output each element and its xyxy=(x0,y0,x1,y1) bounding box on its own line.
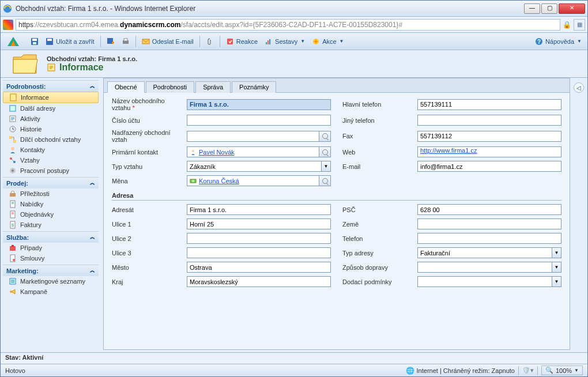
sidebar-group-sales[interactable]: Prodej:︽ xyxy=(3,177,99,188)
save-close-label: Uložit a zavřít xyxy=(56,38,95,45)
save-button[interactable] xyxy=(28,36,41,47)
street3-input[interactable] xyxy=(187,247,331,258)
sidebar-item-campaigns[interactable]: Kampaně xyxy=(3,286,99,297)
sidebar-item-subaccounts[interactable]: Dílčí obchodní vztahy xyxy=(3,134,99,145)
label-currency: Měna xyxy=(112,178,175,184)
send-email-button[interactable]: Odeslat E-mail xyxy=(140,36,196,47)
minimize-button[interactable]: — xyxy=(524,3,540,14)
web-input[interactable]: http://www.firma1.cz xyxy=(417,146,561,157)
zoom-icon: 🔍 xyxy=(545,367,553,374)
save-close-button[interactable]: Uložit a zavřít xyxy=(43,36,97,47)
chevron-up-icon: ︽ xyxy=(90,267,95,274)
tab-notes[interactable]: Poznámky xyxy=(232,81,276,93)
page-title: Informace xyxy=(47,62,137,73)
currency-link[interactable]: Koruna Česká xyxy=(199,178,239,184)
addressee-input[interactable] xyxy=(187,204,331,215)
parent-lookup-input[interactable] xyxy=(187,131,319,142)
actions-button[interactable]: Akce▼ xyxy=(310,36,346,47)
currency-lookup-button[interactable] xyxy=(319,175,331,186)
city-input[interactable] xyxy=(187,262,331,273)
email-input[interactable] xyxy=(417,161,561,172)
label-other-phone: Jiný telefon xyxy=(342,117,406,124)
addrtype-select[interactable] xyxy=(417,247,561,258)
sidebar-item-opportunities[interactable]: Příležitosti xyxy=(3,188,99,199)
url-path: /sfa/accts/edit.aspx?id={5F236063-C2AD-D… xyxy=(180,21,402,29)
close-button[interactable]: ✕ xyxy=(559,3,585,14)
parent-lookup-button[interactable] xyxy=(319,131,331,142)
main-phone-input[interactable] xyxy=(417,99,561,110)
sidebar-item-activities[interactable]: Aktivity xyxy=(3,114,99,124)
svg-rect-10 xyxy=(227,39,233,44)
history-icon xyxy=(9,125,17,133)
street1-input[interactable] xyxy=(187,218,331,229)
region-input[interactable] xyxy=(187,276,331,287)
svg-rect-5 xyxy=(47,39,52,41)
sidebar-group-service[interactable]: Služba:︽ xyxy=(3,231,99,243)
url-input[interactable]: https://czevsbtucan.crm04.emea.dynamicsc… xyxy=(16,19,560,31)
svg-rect-18 xyxy=(10,94,16,101)
zip-input[interactable] xyxy=(417,204,561,215)
sidebar-group-marketing[interactable]: Marketing:︽ xyxy=(3,265,99,276)
chevron-down-icon[interactable]: ▼ xyxy=(552,248,561,258)
shipmethod-select[interactable] xyxy=(417,262,561,273)
tab-general[interactable]: Obecné xyxy=(107,81,145,93)
street2-input[interactable] xyxy=(187,233,331,244)
sidebar-group-details[interactable]: Podrobnosti:︽ xyxy=(3,80,99,92)
maximize-button[interactable]: ▢ xyxy=(541,3,557,14)
activity-icon xyxy=(9,115,17,123)
workflow-icon xyxy=(9,167,17,175)
info-page-icon xyxy=(9,93,17,101)
web-link[interactable]: http://www.firma1.cz xyxy=(420,147,477,154)
print-button[interactable] xyxy=(119,36,132,47)
sidebar-item-contracts[interactable]: Smlouvy xyxy=(3,253,99,263)
chevron-down-icon[interactable]: ▼ xyxy=(552,277,561,286)
svg-point-37 xyxy=(13,259,15,261)
zoom-control[interactable]: 🔍100%▼ xyxy=(541,365,583,375)
ie-status-bar: Hotovo 🌐 Internet | Chráněný režim: Zapn… xyxy=(1,364,587,376)
addr-phone-input[interactable] xyxy=(417,233,561,244)
mlist-icon xyxy=(9,277,17,285)
country-input[interactable] xyxy=(417,218,561,229)
sidebar-item-workflows[interactable]: Pracovní postupy xyxy=(3,165,99,176)
window-title: Obchodní vztah: Firma 1 s.r.o. - Windows… xyxy=(16,5,524,13)
svg-rect-3 xyxy=(33,42,36,44)
collapse-right-button[interactable]: ◁ xyxy=(574,82,584,93)
sidebar-item-history[interactable]: Historie xyxy=(3,124,99,134)
save-new-button[interactable] xyxy=(104,36,117,47)
currency-lookup-input[interactable]: Koruna Česká xyxy=(187,175,319,186)
chevron-down-icon[interactable]: ▼ xyxy=(552,262,561,272)
sidebar-item-informace[interactable]: Informace xyxy=(3,92,99,103)
sidebar-item-relations[interactable]: Vztahy xyxy=(3,155,99,165)
accno-input[interactable] xyxy=(187,115,331,126)
sidebar-item-cases[interactable]: Případy xyxy=(3,243,99,253)
sidebar-item-label: Historie xyxy=(20,126,42,133)
name-input[interactable] xyxy=(187,99,331,110)
sidebar-item-label: Kontakty xyxy=(20,146,45,153)
compat-view-button[interactable]: ▦ xyxy=(574,19,585,31)
contact-lookup-button[interactable] xyxy=(319,146,331,157)
tab-admin[interactable]: Správa xyxy=(195,81,231,93)
label-main-phone: Hlavní telefon xyxy=(342,101,406,108)
protected-mode-icon[interactable]: 🛡️▾ xyxy=(522,367,534,374)
sidebar-item-contacts[interactable]: Kontakty xyxy=(3,145,99,155)
reltype-select[interactable] xyxy=(187,161,331,172)
sidebar-item-label: Vztahy xyxy=(20,157,40,164)
tab-details[interactable]: Podrobnosti xyxy=(146,81,195,93)
sidebar-item-label: Nabídky xyxy=(20,201,43,208)
chevron-down-icon[interactable]: ▼ xyxy=(321,161,330,171)
other-phone-input[interactable] xyxy=(417,115,561,126)
help-button[interactable]: ?Nápověda▼ xyxy=(533,36,584,47)
sidebar-item-invoices[interactable]: $Faktury xyxy=(3,220,99,230)
sidebar-item-orders[interactable]: Objednávky xyxy=(3,209,99,220)
delivery-select[interactable] xyxy=(417,276,561,287)
contact-lookup-input[interactable]: Pavel Novák xyxy=(187,146,319,157)
contact-link[interactable]: Pavel Novák xyxy=(199,149,235,156)
reports-button[interactable]: Sestavy▼ xyxy=(262,36,307,47)
sidebar-item-marketing-lists[interactable]: Marketingové seznamy xyxy=(3,276,99,286)
sidebar-item-quotes[interactable]: Nabídky xyxy=(3,199,99,209)
attach-button[interactable] xyxy=(203,36,216,47)
reactions-button[interactable]: Reakce xyxy=(224,36,260,47)
fax-input[interactable] xyxy=(417,131,561,142)
sidebar-item-addresses[interactable]: Další adresy xyxy=(3,103,99,114)
label-email: E-mail xyxy=(342,163,406,170)
